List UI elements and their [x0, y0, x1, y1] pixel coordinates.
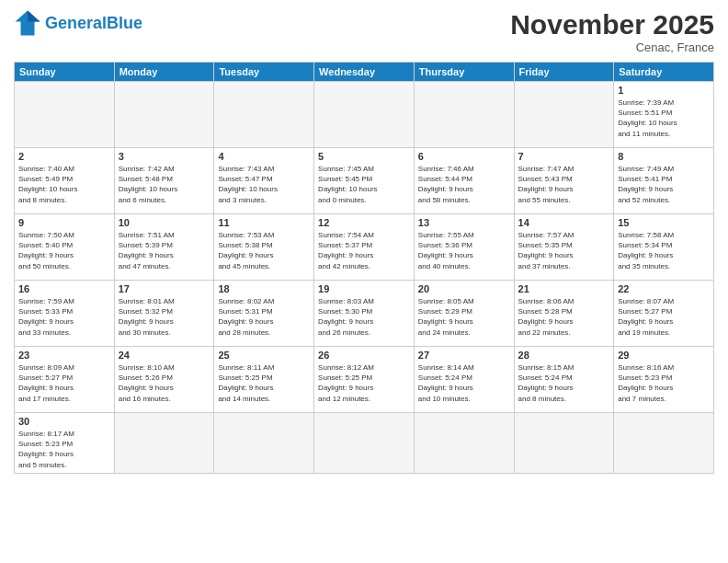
calendar-cell: 3Sunrise: 7:42 AM Sunset: 5:48 PM Daylig…: [114, 148, 214, 214]
day-number: 2: [18, 151, 110, 162]
day-number: 7: [518, 151, 610, 162]
day-info: Sunrise: 8:06 AM Sunset: 5:28 PM Dayligh…: [518, 296, 610, 338]
day-info: Sunrise: 8:11 AM Sunset: 5:25 PM Dayligh…: [218, 362, 310, 404]
calendar-cell: 9Sunrise: 7:50 AM Sunset: 5:40 PM Daylig…: [15, 214, 115, 281]
calendar-cell: 26Sunrise: 8:12 AM Sunset: 5:25 PM Dayli…: [314, 347, 415, 413]
calendar-cell: [614, 413, 714, 474]
calendar-cell: [414, 413, 514, 474]
day-info: Sunrise: 7:51 AM Sunset: 5:39 PM Dayligh…: [119, 230, 210, 271]
header-sunday: Sunday: [15, 63, 115, 82]
day-number: 9: [18, 217, 110, 228]
day-info: Sunrise: 8:09 AM Sunset: 5:27 PM Dayligh…: [18, 362, 110, 404]
day-info: Sunrise: 7:39 AM Sunset: 5:51 PM Dayligh…: [618, 98, 710, 139]
header-thursday: Thursday: [414, 63, 514, 82]
day-number: 5: [318, 151, 410, 162]
calendar-week-3: 9Sunrise: 7:50 AM Sunset: 5:40 PM Daylig…: [15, 214, 714, 281]
calendar-cell: 13Sunrise: 7:55 AM Sunset: 5:36 PM Dayli…: [414, 214, 514, 281]
calendar-cell: 12Sunrise: 7:54 AM Sunset: 5:37 PM Dayli…: [314, 214, 415, 281]
calendar-cell: 5Sunrise: 7:45 AM Sunset: 5:45 PM Daylig…: [314, 148, 415, 214]
calendar-cell: 18Sunrise: 8:02 AM Sunset: 5:31 PM Dayli…: [214, 281, 314, 347]
day-info: Sunrise: 8:12 AM Sunset: 5:25 PM Dayligh…: [318, 362, 410, 404]
calendar-cell: 16Sunrise: 7:59 AM Sunset: 5:33 PM Dayli…: [15, 281, 115, 347]
calendar-cell: 30Sunrise: 8:17 AM Sunset: 5:23 PM Dayli…: [15, 413, 115, 474]
calendar-cell: 19Sunrise: 8:03 AM Sunset: 5:30 PM Dayli…: [314, 281, 415, 347]
month-title: November 2025: [510, 9, 714, 40]
day-info: Sunrise: 7:45 AM Sunset: 5:45 PM Dayligh…: [318, 164, 410, 205]
day-info: Sunrise: 8:07 AM Sunset: 5:27 PM Dayligh…: [618, 296, 710, 338]
calendar-cell: [15, 82, 115, 148]
calendar-cell: [214, 82, 314, 148]
calendar-cell: [114, 82, 214, 148]
calendar-cell: 25Sunrise: 8:11 AM Sunset: 5:25 PM Dayli…: [214, 347, 314, 413]
calendar-cell: 29Sunrise: 8:16 AM Sunset: 5:23 PM Dayli…: [614, 347, 714, 413]
calendar-cell: 20Sunrise: 8:05 AM Sunset: 5:29 PM Dayli…: [414, 281, 514, 347]
page: GeneralBlue November 2025 Cenac, France …: [0, 0, 728, 563]
day-info: Sunrise: 8:05 AM Sunset: 5:29 PM Dayligh…: [418, 296, 510, 338]
day-info: Sunrise: 7:49 AM Sunset: 5:41 PM Dayligh…: [618, 164, 710, 205]
calendar-cell: 22Sunrise: 8:07 AM Sunset: 5:27 PM Dayli…: [614, 281, 714, 347]
logo-icon: [14, 9, 41, 37]
day-number: 24: [119, 350, 210, 361]
calendar-week-5: 23Sunrise: 8:09 AM Sunset: 5:27 PM Dayli…: [15, 347, 714, 413]
calendar-cell: 10Sunrise: 7:51 AM Sunset: 5:39 PM Dayli…: [114, 214, 214, 281]
day-number: 16: [18, 283, 110, 294]
day-info: Sunrise: 7:55 AM Sunset: 5:36 PM Dayligh…: [418, 230, 510, 271]
header-saturday: Saturday: [614, 63, 714, 82]
day-number: 28: [518, 350, 610, 361]
calendar-cell: 24Sunrise: 8:10 AM Sunset: 5:26 PM Dayli…: [114, 347, 214, 413]
day-info: Sunrise: 7:54 AM Sunset: 5:37 PM Dayligh…: [318, 230, 410, 271]
day-info: Sunrise: 7:57 AM Sunset: 5:35 PM Dayligh…: [518, 230, 610, 271]
calendar-cell: [114, 413, 214, 474]
calendar-cell: 23Sunrise: 8:09 AM Sunset: 5:27 PM Dayli…: [15, 347, 115, 413]
day-info: Sunrise: 7:42 AM Sunset: 5:48 PM Dayligh…: [119, 164, 210, 205]
weekday-header-row: Sunday Monday Tuesday Wednesday Thursday…: [15, 63, 714, 82]
header: GeneralBlue November 2025 Cenac, France: [14, 9, 714, 54]
header-wednesday: Wednesday: [314, 63, 415, 82]
calendar-cell: [314, 82, 415, 148]
day-info: Sunrise: 7:58 AM Sunset: 5:34 PM Dayligh…: [618, 230, 710, 271]
day-number: 3: [119, 151, 210, 162]
day-number: 27: [418, 350, 510, 361]
day-number: 17: [119, 283, 210, 294]
calendar-cell: 15Sunrise: 7:58 AM Sunset: 5:34 PM Dayli…: [614, 214, 714, 281]
calendar-cell: 21Sunrise: 8:06 AM Sunset: 5:28 PM Dayli…: [514, 281, 614, 347]
day-number: 13: [418, 217, 510, 228]
calendar-cell: 27Sunrise: 8:14 AM Sunset: 5:24 PM Dayli…: [414, 347, 514, 413]
day-info: Sunrise: 8:02 AM Sunset: 5:31 PM Dayligh…: [218, 296, 310, 338]
day-info: Sunrise: 7:47 AM Sunset: 5:43 PM Dayligh…: [518, 164, 610, 205]
title-block: November 2025 Cenac, France: [510, 9, 714, 54]
day-number: 25: [218, 350, 310, 361]
day-number: 26: [318, 350, 410, 361]
day-info: Sunrise: 8:14 AM Sunset: 5:24 PM Dayligh…: [418, 362, 510, 404]
day-info: Sunrise: 8:17 AM Sunset: 5:23 PM Dayligh…: [18, 429, 110, 470]
day-info: Sunrise: 7:46 AM Sunset: 5:44 PM Dayligh…: [418, 164, 510, 205]
calendar-cell: 6Sunrise: 7:46 AM Sunset: 5:44 PM Daylig…: [414, 148, 514, 214]
day-number: 10: [119, 217, 210, 228]
calendar-cell: 7Sunrise: 7:47 AM Sunset: 5:43 PM Daylig…: [514, 148, 614, 214]
day-info: Sunrise: 8:16 AM Sunset: 5:23 PM Dayligh…: [618, 362, 710, 404]
day-number: 8: [618, 151, 710, 162]
svg-marker-1: [28, 11, 40, 22]
logo: GeneralBlue: [14, 9, 142, 37]
header-friday: Friday: [514, 63, 614, 82]
day-info: Sunrise: 7:50 AM Sunset: 5:40 PM Dayligh…: [18, 230, 110, 271]
header-monday: Monday: [114, 63, 214, 82]
day-number: 23: [18, 350, 110, 361]
day-number: 20: [418, 283, 510, 294]
calendar-cell: [414, 82, 514, 148]
calendar-week-4: 16Sunrise: 7:59 AM Sunset: 5:33 PM Dayli…: [15, 281, 714, 347]
calendar-cell: 8Sunrise: 7:49 AM Sunset: 5:41 PM Daylig…: [614, 148, 714, 214]
day-number: 21: [518, 283, 610, 294]
logo-text: GeneralBlue: [45, 15, 142, 31]
calendar-cell: [214, 413, 314, 474]
day-info: Sunrise: 7:53 AM Sunset: 5:38 PM Dayligh…: [218, 230, 310, 271]
calendar-cell: 17Sunrise: 8:01 AM Sunset: 5:32 PM Dayli…: [114, 281, 214, 347]
location: Cenac, France: [510, 40, 714, 54]
day-number: 4: [218, 151, 310, 162]
calendar-cell: 28Sunrise: 8:15 AM Sunset: 5:24 PM Dayli…: [514, 347, 614, 413]
day-number: 14: [518, 217, 610, 228]
day-number: 30: [18, 416, 110, 427]
calendar-cell: 2Sunrise: 7:40 AM Sunset: 5:49 PM Daylig…: [15, 148, 115, 214]
day-number: 15: [618, 217, 710, 228]
calendar-cell: 4Sunrise: 7:43 AM Sunset: 5:47 PM Daylig…: [214, 148, 314, 214]
